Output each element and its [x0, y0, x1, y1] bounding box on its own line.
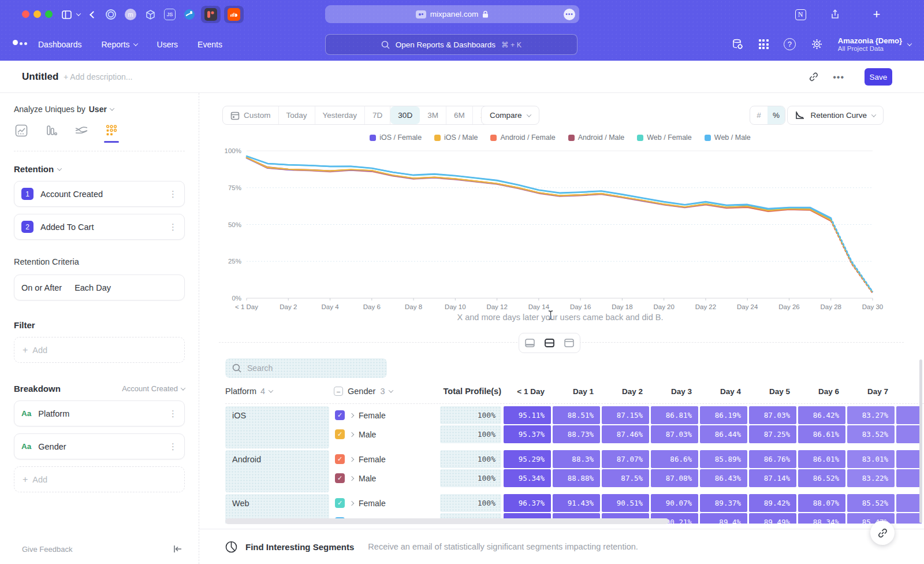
day-column-header[interactable]: Day 4 [700, 387, 749, 396]
tab-insights[interactable] [14, 124, 29, 143]
expand-chevron-icon[interactable] [349, 432, 354, 436]
unit-count-button[interactable]: # [750, 106, 767, 124]
segment-checkbox[interactable]: ✓ [335, 473, 345, 483]
retention-value-cell[interactable]: 87.25% [749, 425, 796, 443]
total-profiles-cell[interactable]: 100% [440, 494, 501, 512]
kebab-menu-icon[interactable]: ⋮ [169, 189, 177, 199]
retention-value-cell[interactable]: 96.37% [504, 494, 551, 512]
total-profiles-cell[interactable]: 100% [440, 450, 501, 468]
expand-chevron-icon[interactable] [349, 457, 354, 461]
day-column-header[interactable]: Day 3 [651, 387, 700, 396]
mixpanel-logo[interactable] [13, 40, 27, 45]
platform-column-dropdown[interactable]: Platform 4 [225, 387, 334, 396]
ring-app-icon[interactable] [104, 8, 118, 21]
range-6m[interactable]: 6M [446, 106, 473, 124]
segment-checkbox[interactable]: ✓ [335, 454, 345, 464]
global-search[interactable]: Open Reports & Dashboards ⌘ + K [325, 34, 578, 55]
legend-item[interactable]: iOS / Male [434, 133, 478, 142]
retention-value-cell[interactable]: 86.19% [700, 406, 747, 424]
retention-value-cell[interactable]: 83.27% [847, 406, 895, 424]
day-column-header[interactable]: Day 7 [847, 387, 896, 396]
retention-value-cell[interactable]: 89.4% [700, 513, 747, 524]
retention-section-header[interactable]: Retention [14, 164, 185, 174]
report-title[interactable]: Untitled [22, 71, 58, 83]
retention-value-cell[interactable]: 87.14% [749, 469, 796, 487]
retention-value-cell[interactable]: 90.07% [651, 494, 698, 512]
retention-value-cell[interactable]: 88.34% [798, 513, 845, 524]
share-link-fab[interactable] [870, 521, 895, 545]
more-options-icon[interactable]: ••• [833, 72, 844, 83]
day-column-header[interactable]: Day 6 [798, 387, 847, 396]
segment-checkbox[interactable]: ✓ [335, 429, 345, 439]
day-column-header[interactable]: Day 2 [602, 387, 651, 396]
nav-link-dashboards[interactable]: Dashboards [38, 40, 82, 49]
retention-value-cell[interactable]: 85.89% [700, 450, 747, 468]
retention-value-cell[interactable]: 83.52% [847, 425, 895, 443]
retention-value-cell[interactable]: 95.11% [504, 406, 551, 424]
retention-value-cell[interactable]: 88.73% [553, 425, 600, 443]
retention-value-cell[interactable]: 95.29% [504, 450, 551, 468]
copy-link-icon[interactable] [808, 72, 819, 82]
retention-criteria-control[interactable]: On or After Each Day [14, 274, 185, 300]
retention-value-cell[interactable]: 86.6% [651, 450, 698, 468]
compare-button[interactable]: Compare [481, 106, 539, 125]
retention-step-1[interactable]: 1Account Created⋮ [14, 181, 185, 207]
js-app-icon[interactable]: JS [163, 8, 177, 21]
retention-value-cell[interactable]: 86.42% [798, 406, 845, 424]
save-button[interactable]: Save [865, 68, 892, 86]
new-tab-icon[interactable]: + [870, 8, 884, 21]
minimize-window-button[interactable] [33, 10, 41, 18]
add-breakdown-button[interactable]: +Add [14, 466, 185, 492]
tab-flows[interactable] [74, 124, 89, 143]
kebab-menu-icon[interactable]: ⋮ [169, 409, 177, 419]
gender-select-all-checkbox[interactable]: – [334, 387, 343, 396]
retention-value-cell[interactable]: 87.08% [651, 469, 698, 487]
globe-app-icon[interactable] [182, 8, 196, 21]
kebab-menu-icon[interactable]: ⋮ [169, 222, 177, 232]
retention-value-cell[interactable]: 86.44% [700, 425, 747, 443]
range-today[interactable]: Today [279, 106, 315, 124]
close-window-button[interactable] [22, 10, 29, 18]
nav-link-events[interactable]: Events [198, 40, 222, 49]
total-profiles-header[interactable]: Total Profile(s) [440, 387, 504, 396]
legend-item[interactable]: Android / Male [568, 133, 625, 142]
retention-chart[interactable]: 100%75%50%25%0%< 1 DayDay 2Day 4Day 6Day… [217, 142, 904, 316]
retention-value-cell[interactable]: 88.51% [553, 406, 600, 424]
vertical-scrollbar[interactable] [919, 359, 922, 523]
collapse-sidebar-icon[interactable] [173, 545, 182, 553]
retention-value-cell[interactable]: 83.01% [847, 450, 895, 468]
retention-value-cell[interactable]: 86.01% [798, 450, 845, 468]
retention-value-cell[interactable]: 88.3% [553, 450, 600, 468]
project-switcher[interactable]: Amazonia {Demo} All Project Data [838, 36, 911, 52]
retention-value-cell[interactable]: 87.03% [749, 406, 796, 424]
platform-cell[interactable]: Android [225, 450, 329, 492]
apps-grid-icon[interactable] [759, 39, 769, 49]
orange-app-tab-icon[interactable] [224, 6, 244, 23]
split-view-button[interactable] [541, 335, 558, 351]
expand-chevron-icon[interactable] [349, 500, 354, 505]
retention-value-cell[interactable]: 91.43% [553, 494, 600, 512]
retention-value-cell[interactable]: 95.34% [504, 469, 551, 487]
day-column-header[interactable]: Day 5 [749, 387, 798, 396]
notion-icon[interactable]: N [793, 8, 807, 21]
retention-value-cell[interactable]: 86.61% [798, 425, 845, 443]
range-30d[interactable]: 30D [390, 106, 420, 124]
nav-link-reports[interactable]: Reports [102, 40, 137, 49]
legend-item[interactable]: iOS / Female [370, 133, 422, 142]
chevron-down-icon[interactable] [74, 8, 83, 21]
retention-value-cell[interactable]: 88.88% [553, 469, 600, 487]
find-segments-bar[interactable]: Find Interesting Segments Receive an ema… [199, 529, 924, 564]
breakdown-prop-gender[interactable]: AaGender⋮ [14, 433, 185, 459]
red-app-tab-icon[interactable] [201, 6, 221, 23]
segment-checkbox[interactable]: ✓ [335, 410, 345, 420]
range-3m[interactable]: 3M [420, 106, 446, 124]
back-icon[interactable] [87, 8, 99, 21]
retention-value-cell[interactable]: 89.49% [749, 513, 796, 524]
platform-cell[interactable]: iOS [225, 406, 329, 448]
nav-link-users[interactable]: Users [157, 40, 178, 49]
url-more-button[interactable]: ••• [564, 9, 575, 20]
legend-item[interactable]: Web / Male [705, 133, 751, 142]
gender-column-dropdown[interactable]: Gender 3 [348, 387, 393, 396]
retention-value-cell[interactable]: 87.5% [602, 469, 649, 487]
unit-percent-button[interactable]: % [767, 106, 785, 124]
